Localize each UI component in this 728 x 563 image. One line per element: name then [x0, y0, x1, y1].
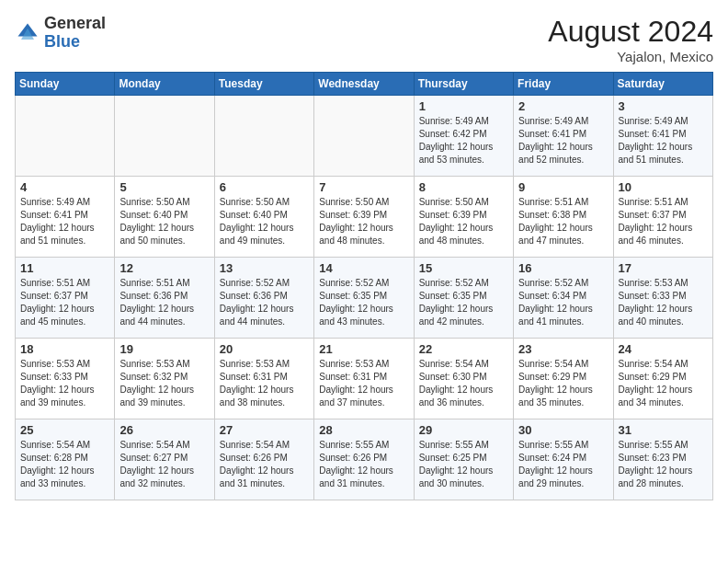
week-row-4: 18Sunrise: 5:53 AM Sunset: 6:33 PM Dayli… — [16, 339, 713, 419]
calendar-cell: 13Sunrise: 5:52 AM Sunset: 6:36 PM Dayli… — [214, 258, 313, 339]
week-row-5: 25Sunrise: 5:54 AM Sunset: 6:28 PM Dayli… — [16, 419, 713, 500]
calendar-cell: 7Sunrise: 5:50 AM Sunset: 6:39 PM Daylig… — [314, 177, 414, 258]
day-info: Sunrise: 5:50 AM Sunset: 6:39 PM Dayligh… — [319, 196, 408, 247]
day-info: Sunrise: 5:54 AM Sunset: 6:28 PM Dayligh… — [20, 439, 109, 490]
day-info: Sunrise: 5:49 AM Sunset: 6:41 PM Dayligh… — [619, 115, 708, 167]
day-number: 27 — [220, 423, 309, 437]
day-number: 12 — [119, 261, 209, 275]
week-row-2: 4Sunrise: 5:49 AM Sunset: 6:41 PM Daylig… — [16, 177, 713, 258]
logo: General Blue — [15, 15, 106, 52]
day-number: 20 — [220, 342, 309, 356]
logo-text: General Blue — [44, 15, 106, 52]
calendar-cell: 3Sunrise: 5:49 AM Sunset: 6:41 PM Daylig… — [613, 96, 712, 177]
day-number: 9 — [518, 180, 608, 194]
calendar-cell: 23Sunrise: 5:54 AM Sunset: 6:29 PM Dayli… — [514, 339, 613, 419]
day-number: 24 — [619, 342, 708, 356]
day-number: 13 — [220, 261, 309, 275]
logo-blue-text: Blue — [44, 33, 106, 52]
day-info: Sunrise: 5:53 AM Sunset: 6:32 PM Dayligh… — [119, 358, 209, 409]
header-day-friday: Friday — [514, 73, 613, 96]
day-info: Sunrise: 5:52 AM Sunset: 6:34 PM Dayligh… — [518, 277, 608, 328]
day-info: Sunrise: 5:51 AM Sunset: 6:37 PM Dayligh… — [20, 277, 109, 328]
day-info: Sunrise: 5:53 AM Sunset: 6:33 PM Dayligh… — [619, 277, 708, 328]
header-day-sunday: Sunday — [16, 73, 115, 96]
logo-general: General — [44, 15, 106, 33]
calendar-cell — [16, 96, 115, 177]
day-info: Sunrise: 5:53 AM Sunset: 6:33 PM Dayligh… — [20, 358, 109, 409]
day-info: Sunrise: 5:55 AM Sunset: 6:26 PM Dayligh… — [319, 439, 408, 490]
calendar-cell: 15Sunrise: 5:52 AM Sunset: 6:35 PM Dayli… — [414, 258, 513, 339]
calendar-cell: 26Sunrise: 5:54 AM Sunset: 6:27 PM Dayli… — [115, 419, 214, 500]
location: Yajalon, Mexico — [548, 49, 713, 64]
calendar-header: SundayMondayTuesdayWednesdayThursdayFrid… — [16, 73, 713, 96]
calendar-cell: 28Sunrise: 5:55 AM Sunset: 6:26 PM Dayli… — [314, 419, 414, 500]
header-row: SundayMondayTuesdayWednesdayThursdayFrid… — [16, 73, 713, 96]
day-info: Sunrise: 5:50 AM Sunset: 6:39 PM Dayligh… — [419, 196, 508, 247]
day-info: Sunrise: 5:51 AM Sunset: 6:38 PM Dayligh… — [518, 196, 608, 247]
day-info: Sunrise: 5:49 AM Sunset: 6:41 PM Dayligh… — [518, 115, 608, 167]
day-number: 25 — [20, 423, 109, 437]
calendar-cell: 19Sunrise: 5:53 AM Sunset: 6:32 PM Dayli… — [115, 339, 214, 419]
day-info: Sunrise: 5:51 AM Sunset: 6:37 PM Dayligh… — [619, 196, 708, 247]
calendar-cell — [214, 96, 313, 177]
day-info: Sunrise: 5:55 AM Sunset: 6:23 PM Dayligh… — [619, 439, 708, 490]
title-block: August 2024 Yajalon, Mexico — [548, 15, 713, 64]
calendar-cell: 22Sunrise: 5:54 AM Sunset: 6:30 PM Dayli… — [414, 339, 513, 419]
calendar-cell: 31Sunrise: 5:55 AM Sunset: 6:23 PM Dayli… — [613, 419, 712, 500]
calendar-cell: 5Sunrise: 5:50 AM Sunset: 6:40 PM Daylig… — [115, 177, 214, 258]
page-header: General Blue August 2024 Yajalon, Mexico — [15, 15, 713, 64]
day-number: 3 — [619, 99, 708, 113]
logo-icon — [15, 20, 40, 46]
day-number: 7 — [319, 180, 408, 194]
calendar-cell — [314, 96, 414, 177]
day-info: Sunrise: 5:51 AM Sunset: 6:36 PM Dayligh… — [119, 277, 209, 328]
calendar-cell: 21Sunrise: 5:53 AM Sunset: 6:31 PM Dayli… — [314, 339, 414, 419]
calendar-cell: 25Sunrise: 5:54 AM Sunset: 6:28 PM Dayli… — [16, 419, 115, 500]
calendar-cell: 20Sunrise: 5:53 AM Sunset: 6:31 PM Dayli… — [214, 339, 313, 419]
week-row-3: 11Sunrise: 5:51 AM Sunset: 6:37 PM Dayli… — [16, 258, 713, 339]
calendar-cell: 17Sunrise: 5:53 AM Sunset: 6:33 PM Dayli… — [613, 258, 712, 339]
header-day-saturday: Saturday — [613, 73, 712, 96]
calendar-cell: 10Sunrise: 5:51 AM Sunset: 6:37 PM Dayli… — [613, 177, 712, 258]
header-day-wednesday: Wednesday — [314, 73, 414, 96]
day-number: 1 — [419, 99, 508, 113]
day-info: Sunrise: 5:52 AM Sunset: 6:36 PM Dayligh… — [220, 277, 309, 328]
calendar-body: 1Sunrise: 5:49 AM Sunset: 6:42 PM Daylig… — [16, 96, 713, 500]
day-info: Sunrise: 5:50 AM Sunset: 6:40 PM Dayligh… — [220, 196, 309, 247]
day-number: 17 — [619, 261, 708, 275]
calendar-cell: 1Sunrise: 5:49 AM Sunset: 6:42 PM Daylig… — [414, 96, 513, 177]
day-info: Sunrise: 5:54 AM Sunset: 6:27 PM Dayligh… — [119, 439, 209, 490]
day-info: Sunrise: 5:54 AM Sunset: 6:29 PM Dayligh… — [619, 358, 708, 409]
day-number: 10 — [619, 180, 708, 194]
calendar-cell: 27Sunrise: 5:54 AM Sunset: 6:26 PM Dayli… — [214, 419, 313, 500]
day-info: Sunrise: 5:54 AM Sunset: 6:26 PM Dayligh… — [220, 439, 309, 490]
day-number: 14 — [319, 261, 408, 275]
day-info: Sunrise: 5:53 AM Sunset: 6:31 PM Dayligh… — [319, 358, 408, 409]
calendar-cell: 30Sunrise: 5:55 AM Sunset: 6:24 PM Dayli… — [514, 419, 613, 500]
calendar-table: SundayMondayTuesdayWednesdayThursdayFrid… — [15, 72, 713, 500]
calendar-cell: 14Sunrise: 5:52 AM Sunset: 6:35 PM Dayli… — [314, 258, 414, 339]
day-number: 29 — [419, 423, 508, 437]
day-number: 2 — [518, 99, 608, 113]
calendar-cell: 8Sunrise: 5:50 AM Sunset: 6:39 PM Daylig… — [414, 177, 513, 258]
day-number: 21 — [319, 342, 408, 356]
day-number: 4 — [20, 180, 109, 194]
day-info: Sunrise: 5:55 AM Sunset: 6:24 PM Dayligh… — [518, 439, 608, 490]
calendar-cell: 24Sunrise: 5:54 AM Sunset: 6:29 PM Dayli… — [613, 339, 712, 419]
day-info: Sunrise: 5:52 AM Sunset: 6:35 PM Dayligh… — [319, 277, 408, 328]
day-number: 15 — [419, 261, 508, 275]
calendar-cell: 9Sunrise: 5:51 AM Sunset: 6:38 PM Daylig… — [514, 177, 613, 258]
day-info: Sunrise: 5:49 AM Sunset: 6:42 PM Dayligh… — [419, 115, 508, 167]
calendar-cell: 4Sunrise: 5:49 AM Sunset: 6:41 PM Daylig… — [16, 177, 115, 258]
day-number: 28 — [319, 423, 408, 437]
day-info: Sunrise: 5:53 AM Sunset: 6:31 PM Dayligh… — [220, 358, 309, 409]
day-info: Sunrise: 5:54 AM Sunset: 6:29 PM Dayligh… — [518, 358, 608, 409]
calendar-cell: 6Sunrise: 5:50 AM Sunset: 6:40 PM Daylig… — [214, 177, 313, 258]
day-number: 5 — [119, 180, 209, 194]
day-info: Sunrise: 5:54 AM Sunset: 6:30 PM Dayligh… — [419, 358, 508, 409]
day-number: 8 — [419, 180, 508, 194]
day-info: Sunrise: 5:55 AM Sunset: 6:25 PM Dayligh… — [419, 439, 508, 490]
header-day-monday: Monday — [115, 73, 214, 96]
day-info: Sunrise: 5:52 AM Sunset: 6:35 PM Dayligh… — [419, 277, 508, 328]
day-info: Sunrise: 5:50 AM Sunset: 6:40 PM Dayligh… — [119, 196, 209, 247]
